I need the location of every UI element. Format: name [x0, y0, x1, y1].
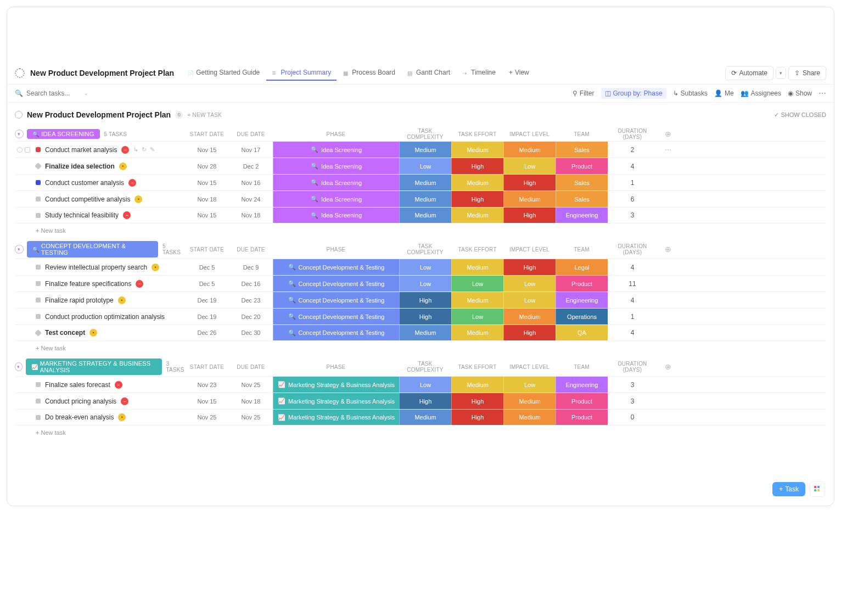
start-date-cell[interactable]: Nov 15: [185, 393, 229, 409]
duration-cell[interactable]: 0: [608, 410, 657, 425]
subtask-action-icon[interactable]: ↳: [133, 146, 138, 153]
effort-cell[interactable]: Medium: [451, 325, 503, 340]
task-name-cell[interactable]: Study technical feasibility−: [15, 208, 185, 223]
impact-cell[interactable]: High: [503, 208, 556, 223]
task-row[interactable]: Study technical feasibility− Nov 15 Nov …: [15, 207, 826, 223]
task-name-cell[interactable]: Finalize idea selection•: [15, 158, 185, 174]
impact-cell[interactable]: Low: [503, 292, 556, 308]
add-column-button[interactable]: ⊕: [657, 245, 679, 254]
search-input[interactable]: [26, 89, 81, 97]
impact-cell[interactable]: High: [503, 325, 556, 340]
duration-cell[interactable]: 2: [608, 142, 657, 158]
group-pill[interactable]: 🔍Concept Development & Testing: [27, 241, 158, 257]
impact-cell[interactable]: Low: [503, 276, 556, 292]
team-cell[interactable]: Engineering: [556, 292, 608, 308]
due-date-cell[interactable]: Dec 30: [229, 325, 273, 340]
task-row[interactable]: Test concept• Dec 26 Dec 30 🔍Concept Dev…: [15, 324, 826, 341]
phase-cell[interactable]: 🔍Concept Development & Testing: [273, 276, 399, 292]
tab-project-summary[interactable]: Project Summary: [266, 65, 337, 81]
row-more-button[interactable]: [657, 191, 679, 207]
task-row[interactable]: Conduct pricing analysis− Nov 15 Nov 18 …: [15, 393, 826, 409]
start-date-cell[interactable]: Dec 26: [185, 325, 229, 340]
task-row[interactable]: Conduct customer analysis− Nov 15 Nov 16…: [15, 174, 826, 191]
assignees-button[interactable]: 👥Assignees: [741, 89, 781, 97]
team-cell[interactable]: QA: [556, 325, 608, 340]
list-settings-icon[interactable]: [15, 68, 25, 78]
row-more-button[interactable]: [657, 309, 679, 324]
team-cell[interactable]: Sales: [556, 175, 608, 191]
effort-cell[interactable]: Medium: [451, 142, 503, 158]
row-more-button[interactable]: [657, 175, 679, 191]
phase-cell[interactable]: 📈Marketing Strategy & Business Analysis: [273, 410, 399, 425]
select-radio[interactable]: [17, 147, 23, 153]
effort-cell[interactable]: Medium: [451, 208, 503, 223]
team-cell[interactable]: Product: [556, 276, 608, 292]
impact-cell[interactable]: Medium: [503, 142, 556, 158]
row-more-button[interactable]: [657, 276, 679, 292]
priority-flag-icon[interactable]: •: [89, 329, 97, 337]
team-cell[interactable]: Product: [556, 393, 608, 409]
phase-cell[interactable]: 📈Marketing Strategy & Business Analysis: [273, 377, 399, 393]
task-name-cell[interactable]: Conduct market analysis−↳↻✎: [15, 142, 185, 158]
impact-cell[interactable]: Low: [503, 158, 556, 174]
add-column-button[interactable]: ⊕: [657, 362, 679, 371]
recurrence-action-icon[interactable]: ↻: [142, 146, 147, 153]
start-date-cell[interactable]: Dec 19: [185, 292, 229, 308]
tab-getting-started-guide[interactable]: Getting Started Guide: [182, 65, 265, 81]
section-new-task[interactable]: + NEW TASK: [187, 112, 222, 118]
impact-cell[interactable]: High: [503, 175, 556, 191]
duration-cell[interactable]: 11: [608, 276, 657, 292]
automate-button[interactable]: ⟳ Automate: [725, 66, 773, 80]
effort-cell[interactable]: Medium: [451, 377, 503, 393]
show-closed-toggle[interactable]: SHOW CLOSED: [774, 111, 826, 119]
task-name-cell[interactable]: Finalize rapid prototype•: [15, 292, 185, 308]
task-row[interactable]: Finalize feature specifications− Dec 5 D…: [15, 275, 826, 292]
new-task-link[interactable]: + New task: [36, 227, 66, 234]
start-date-cell[interactable]: Nov 28: [185, 158, 229, 174]
effort-cell[interactable]: Medium: [451, 292, 503, 308]
collapse-group-button[interactable]: ▾: [15, 245, 24, 254]
task-row[interactable]: Conduct production optimization analysis…: [15, 308, 826, 324]
priority-flag-icon[interactable]: −: [128, 179, 136, 187]
priority-flag-icon[interactable]: −: [115, 381, 122, 389]
task-row[interactable]: Conduct market analysis−↳↻✎ Nov 15 Nov 1…: [15, 141, 826, 158]
priority-flag-icon[interactable]: •: [119, 163, 127, 170]
more-menu-button[interactable]: ⋯: [818, 89, 826, 98]
task-name-cell[interactable]: Conduct production optimization analysis: [15, 309, 185, 324]
complexity-cell[interactable]: Low: [399, 377, 451, 393]
start-date-cell[interactable]: Nov 23: [185, 377, 229, 393]
select-checkbox[interactable]: [25, 147, 30, 153]
add-view-button[interactable]: + View: [503, 65, 535, 81]
effort-cell[interactable]: High: [451, 158, 503, 174]
start-date-cell[interactable]: Dec 5: [185, 276, 229, 292]
start-date-cell[interactable]: Dec 19: [185, 309, 229, 324]
collapse-group-button[interactable]: ▾: [15, 362, 23, 371]
due-date-cell[interactable]: Dec 2: [229, 158, 273, 174]
complexity-cell[interactable]: Low: [399, 259, 451, 275]
phase-cell[interactable]: 🔍Idea Screening: [273, 142, 399, 158]
phase-cell[interactable]: 🔍Concept Development & Testing: [273, 309, 399, 324]
priority-flag-icon[interactable]: −: [123, 211, 131, 219]
impact-cell[interactable]: Medium: [503, 393, 556, 409]
row-more-button[interactable]: [657, 259, 679, 275]
complexity-cell[interactable]: High: [399, 393, 451, 409]
task-row[interactable]: Conduct competitive analysis• Nov 18 Nov…: [15, 191, 826, 207]
duration-cell[interactable]: 3: [608, 393, 657, 409]
phase-cell[interactable]: 🔍Concept Development & Testing: [273, 292, 399, 308]
phase-cell[interactable]: 🔍Concept Development & Testing: [273, 325, 399, 340]
collapse-section-button[interactable]: [15, 111, 23, 119]
start-date-cell[interactable]: Nov 18: [185, 191, 229, 207]
duration-cell[interactable]: 3: [608, 208, 657, 223]
due-date-cell[interactable]: Nov 24: [229, 191, 273, 207]
task-name-cell[interactable]: Conduct customer analysis−: [15, 175, 185, 191]
complexity-cell[interactable]: High: [399, 292, 451, 308]
priority-flag-icon[interactable]: •: [118, 296, 126, 304]
team-cell[interactable]: Operations: [556, 309, 608, 324]
impact-cell[interactable]: High: [503, 259, 556, 275]
task-name-cell[interactable]: Conduct pricing analysis−: [15, 393, 185, 409]
phase-cell[interactable]: 🔍Concept Development & Testing: [273, 259, 399, 275]
phase-cell[interactable]: 🔍Idea Screening: [273, 208, 399, 223]
priority-flag-icon[interactable]: −: [121, 146, 129, 154]
impact-cell[interactable]: Medium: [503, 309, 556, 324]
complexity-cell[interactable]: Medium: [399, 175, 451, 191]
